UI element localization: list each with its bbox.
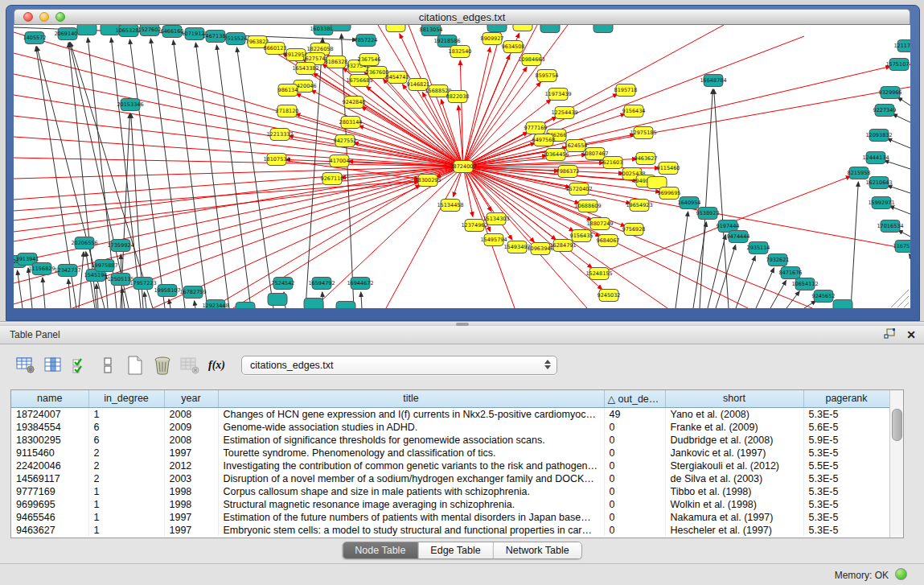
table-row[interactable]: 1872400712008Changes of HCN gene express… bbox=[11, 407, 889, 421]
row-height-button[interactable] bbox=[97, 355, 118, 376]
table-settings-button[interactable] bbox=[14, 355, 36, 376]
svg-text:19975887: 19975887 bbox=[91, 262, 117, 269]
svg-text:12923448: 12923448 bbox=[202, 303, 228, 308]
new-table-button[interactable] bbox=[124, 355, 146, 376]
svg-text:7857224: 7857224 bbox=[355, 37, 378, 43]
dropdown-arrows-icon bbox=[544, 360, 551, 369]
svg-text:20153346: 20153346 bbox=[117, 101, 143, 108]
memory-status-label: Memory: OK bbox=[835, 570, 889, 581]
svg-text:9427552: 9427552 bbox=[334, 138, 357, 144]
svg-text:18300295: 18300295 bbox=[414, 177, 441, 183]
tab-node-table[interactable]: Node Table bbox=[343, 542, 418, 558]
svg-text:9197444: 9197444 bbox=[717, 223, 740, 229]
svg-text:15495794: 15495794 bbox=[480, 237, 507, 243]
svg-text:9156434: 9156434 bbox=[622, 108, 646, 114]
svg-text:2935114: 2935114 bbox=[747, 245, 770, 251]
svg-text:8454743: 8454743 bbox=[386, 74, 409, 80]
table-scrollbar[interactable] bbox=[889, 390, 903, 538]
table-row[interactable]: 1830029562008Estimation of significance … bbox=[11, 434, 889, 447]
table-row[interactable]: 1456911722003Disruption of a novel membe… bbox=[11, 472, 889, 485]
svg-text:20206556: 20206556 bbox=[71, 240, 97, 246]
svg-text:19654923: 19654923 bbox=[626, 202, 652, 208]
svg-text:9245032: 9245032 bbox=[598, 292, 621, 299]
svg-text:16648784: 16648784 bbox=[700, 77, 726, 84]
svg-text:12117304: 12117304 bbox=[893, 43, 910, 49]
attribute-table: namein_degreeyeartitle△ out_de…shortpage… bbox=[10, 389, 904, 538]
svg-text:15134303: 15134303 bbox=[483, 216, 509, 222]
svg-text:2803144: 2803144 bbox=[339, 119, 363, 126]
svg-text:17016534: 17016534 bbox=[877, 223, 903, 229]
column-header-5[interactable]: short bbox=[665, 390, 803, 407]
svg-text:9699695: 9699695 bbox=[658, 190, 681, 196]
function-builder-button[interactable]: f(x) bbox=[206, 355, 228, 376]
svg-text:11156829: 11156829 bbox=[28, 266, 55, 272]
svg-text:1832540: 1832540 bbox=[449, 48, 472, 55]
svg-text:8660123: 8660123 bbox=[264, 45, 287, 51]
svg-text:16782759: 16782759 bbox=[179, 289, 206, 295]
column-header-6[interactable]: pagerank bbox=[803, 390, 889, 407]
network-canvas[interactable]: 1405572206914061065328715276026466160107… bbox=[14, 25, 910, 308]
memory-indicator[interactable] bbox=[895, 568, 907, 580]
table-select-dropdown[interactable]: citations_edges.txt bbox=[241, 356, 557, 375]
delete-table-button-disabled[interactable] bbox=[179, 355, 200, 376]
svg-text:9146821: 9146821 bbox=[407, 81, 430, 88]
svg-text:18724007: 18724007 bbox=[450, 163, 476, 170]
delete-column-trash-button[interactable] bbox=[151, 355, 173, 376]
svg-text:20364456: 20364456 bbox=[542, 151, 569, 158]
svg-text:9245652: 9245652 bbox=[812, 293, 836, 299]
svg-text:6497568: 6497568 bbox=[532, 137, 556, 143]
column-header-0[interactable]: name bbox=[11, 390, 88, 407]
svg-text:16944672: 16944672 bbox=[347, 280, 373, 286]
svg-text:417004: 417004 bbox=[330, 158, 350, 164]
svg-text:1167533: 1167533 bbox=[893, 243, 910, 249]
tab-edge-table[interactable]: Edge Table bbox=[418, 542, 493, 558]
svg-text:9684067: 9684067 bbox=[597, 237, 620, 244]
network-window-titlebar[interactable]: citations_edges.txt bbox=[14, 9, 910, 25]
table-row[interactable]: 969969511998Structural magnetic resonanc… bbox=[11, 498, 889, 511]
svg-text:19218586: 19218586 bbox=[433, 38, 460, 44]
table-panel-title: Table Panel bbox=[10, 329, 60, 340]
svg-text:8909927: 8909927 bbox=[481, 35, 504, 42]
svg-text:16543382: 16543382 bbox=[292, 65, 318, 72]
svg-text:1527602: 1527602 bbox=[138, 27, 162, 33]
svg-text:7986372: 7986372 bbox=[556, 168, 580, 175]
svg-text:16756685: 16756685 bbox=[346, 77, 372, 84]
table-row[interactable]: 946554611997Estimation of the future num… bbox=[11, 511, 889, 524]
column-header-1[interactable]: in_degree bbox=[88, 390, 164, 407]
column-header-3[interactable]: title bbox=[218, 390, 604, 407]
table-row[interactable]: 1938455462009Genome-wide association stu… bbox=[11, 421, 889, 434]
svg-text:2718120: 2718120 bbox=[276, 108, 299, 114]
svg-text:3913941: 3913941 bbox=[16, 256, 39, 262]
table-row[interactable]: 946362711997Embryonic stem cells: a mode… bbox=[11, 524, 889, 537]
column-header-4[interactable]: △ out_de… bbox=[604, 390, 665, 407]
show-column-button[interactable] bbox=[42, 355, 64, 376]
column-header-2[interactable]: year bbox=[164, 390, 218, 407]
table-row[interactable]: 977716911998Corpus callosum shape and si… bbox=[11, 485, 889, 498]
svg-text:19958107: 19958107 bbox=[154, 287, 180, 294]
tab-network-table[interactable]: Network Table bbox=[494, 542, 581, 558]
svg-text:15992971: 15992971 bbox=[868, 200, 894, 206]
svg-text:10654112: 10654112 bbox=[791, 281, 818, 287]
svg-text:9115460: 9115460 bbox=[657, 165, 680, 171]
svg-text:12093832: 12093832 bbox=[865, 132, 892, 138]
svg-text:9634508: 9634508 bbox=[502, 43, 525, 50]
svg-text:10807467: 10807467 bbox=[581, 150, 608, 157]
svg-text:15248155: 15248155 bbox=[585, 270, 612, 277]
select-attributes-button[interactable] bbox=[69, 355, 91, 376]
table-scrollbar-thumb[interactable] bbox=[892, 409, 902, 441]
svg-text:9463627: 9463627 bbox=[634, 155, 658, 162]
svg-text:12975185: 12975185 bbox=[630, 130, 656, 136]
table-row[interactable]: 2242004622012Investigating the contribut… bbox=[11, 459, 889, 472]
svg-text:16594792: 16594792 bbox=[308, 280, 335, 286]
svg-text:18226058: 18226058 bbox=[306, 46, 333, 52]
svg-text:16284791: 16284791 bbox=[549, 242, 576, 249]
close-panel-icon[interactable]: ✕ bbox=[906, 328, 916, 341]
svg-text:9227349: 9227349 bbox=[873, 107, 897, 113]
table-row[interactable]: 911546021997Tourette syndrome. Phenomeno… bbox=[11, 447, 889, 459]
svg-text:9242848: 9242848 bbox=[343, 99, 366, 105]
svg-text:8471676: 8471676 bbox=[779, 270, 803, 276]
svg-text:9474444: 9474444 bbox=[727, 233, 750, 240]
float-panel-icon[interactable] bbox=[884, 328, 896, 341]
svg-text:12254439: 12254439 bbox=[551, 109, 577, 116]
svg-text:15134458: 15134458 bbox=[437, 202, 463, 208]
